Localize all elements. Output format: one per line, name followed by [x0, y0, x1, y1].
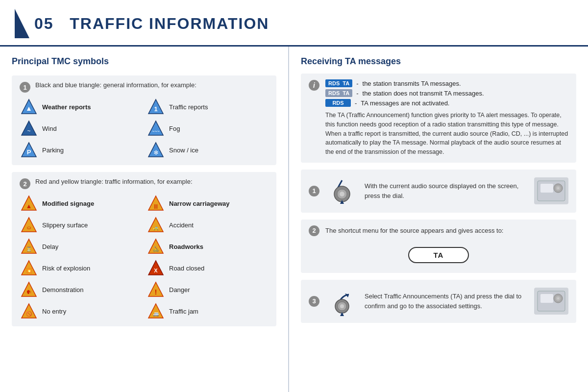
item-parking: P Parking: [20, 141, 142, 159]
svg-text:🗣: 🗣: [26, 289, 32, 295]
item-roadworks: 🚴 Roadworks: [147, 237, 269, 256]
item-traffic-jam: 🚐 Traffic jam: [147, 302, 269, 320]
step1-box: 1 With the current audio source: [301, 170, 576, 213]
section2-grid: ▲ Modified signage ||| Narrow carriagewa…: [20, 194, 269, 320]
ta-button-container: TA: [309, 247, 568, 263]
info-icon: i: [309, 80, 319, 91]
item-road-closed: X Road closed: [147, 259, 269, 277]
item-narrow: ||| Narrow carriageway: [147, 194, 269, 213]
road-closed-label: Road closed: [169, 265, 204, 272]
traffic-reports-label: Traffic reports: [169, 103, 208, 111]
svg-point-38: [340, 192, 344, 196]
item-danger: ! Danger: [147, 280, 269, 299]
svg-text:1: 1: [154, 105, 157, 113]
narrow-label: Narrow carriageway: [169, 200, 230, 207]
svg-text:~~~: ~~~: [152, 129, 160, 134]
item-explosion: 💥 Risk of explosion: [20, 259, 142, 277]
danger-icon: !: [147, 280, 165, 299]
page-title: 05 TRAFFIC INFORMATION: [34, 15, 269, 33]
roadworks-icon: 🚴: [147, 237, 165, 256]
dial-icon-3: [326, 286, 358, 317]
info-box: i RDS TA - the station transmits TA mess…: [301, 74, 576, 163]
section2-box: 2 Red and yellow triangle: traffic infor…: [12, 172, 276, 326]
svg-text:🚴: 🚴: [153, 246, 159, 252]
item-traffic-reports: 1 Traffic reports: [147, 98, 269, 116]
slippery-icon: ⛀: [20, 216, 38, 234]
section1-grid: ▲ Weather reports 1 Traffic reports: [20, 98, 269, 159]
no-entry-label: No entry: [42, 308, 66, 315]
rds-text-2: the station does not transmit TA message…: [363, 90, 484, 97]
section1-box: 1 Black and blue triangle: general infor…: [12, 75, 276, 165]
step1-content: With the current audio source displayed …: [326, 175, 568, 207]
delay-label: Delay: [42, 243, 58, 250]
ta-description: The TA (Traffic Announcement) function g…: [325, 111, 568, 157]
snow-label: Snow / ice: [169, 147, 198, 154]
page-header: 05 TRAFFIC INFORMATION: [0, 0, 588, 47]
explosion-icon: 💥: [20, 259, 38, 277]
left-section-title: Principal TMC symbols: [12, 56, 276, 69]
accident-label: Accident: [169, 221, 194, 229]
svg-text:❄: ❄: [153, 149, 159, 156]
chapter-title: TRAFFIC INFORMATION: [70, 15, 269, 32]
svg-rect-51: [540, 294, 553, 303]
rds-line-2: RDS TA - the station does not transmit T…: [325, 89, 568, 97]
item-no-entry: 🚫 No entry: [20, 302, 142, 320]
svg-point-48: [340, 304, 344, 308]
device-image-1: [534, 177, 568, 204]
modified-signage-label: Modified signage: [42, 200, 94, 207]
step2-num: 2: [309, 225, 319, 236]
svg-text:🚕: 🚕: [153, 224, 159, 231]
right-panel: Receiving TA messages i RDS TA - the sta…: [289, 47, 588, 392]
svg-text:⏳: ⏳: [26, 246, 32, 252]
device-image-3: [534, 288, 568, 315]
svg-point-44: [557, 187, 559, 189]
item-fog: ~~~ Fog: [147, 119, 269, 138]
svg-text:🚫: 🚫: [26, 311, 32, 317]
explosion-label: Risk of explosion: [42, 265, 90, 272]
fog-label: Fog: [169, 125, 180, 132]
section1-header: 1 Black and blue triangle: general infor…: [20, 81, 269, 93]
rds-content: RDS TA - the station transmits TA messag…: [325, 79, 568, 157]
traffic-jam-label: Traffic jam: [169, 308, 198, 315]
wind-icon: ~: [20, 119, 38, 138]
svg-text:🚐: 🚐: [153, 311, 159, 317]
svg-rect-41: [540, 184, 553, 193]
ta-button: TA: [408, 247, 469, 263]
road-closed-icon: X: [147, 259, 165, 277]
dial-icon-1: [326, 175, 358, 207]
svg-text:|||: |||: [154, 204, 158, 209]
demonstration-label: Demonstration: [42, 286, 84, 294]
item-delay: ⏳ Delay: [20, 237, 142, 256]
wind-label: Wind: [42, 125, 57, 132]
rds-line-3: RDS - TA messages are not activated.: [325, 99, 568, 107]
rds-badge-2: RDS TA: [325, 89, 352, 97]
parking-icon: P: [20, 141, 38, 159]
item-slippery: ⛀ Slippery surface: [20, 216, 142, 234]
narrow-icon: |||: [147, 194, 165, 213]
step2-box: 2 The shortcut menu for the source appea…: [301, 220, 576, 273]
item-wind: ~ Wind: [20, 119, 142, 138]
left-panel: Principal TMC symbols 1 Black and blue t…: [0, 47, 289, 392]
section2-desc: Red and yellow triangle: traffic informa…: [35, 178, 193, 185]
item-demonstration: 🗣 Demonstration: [20, 280, 142, 299]
item-snow: ❄ Snow / ice: [147, 141, 269, 159]
svg-text:⛀: ⛀: [27, 225, 31, 230]
traffic-reports-icon: 1: [147, 98, 165, 116]
header-decoration: [15, 9, 29, 38]
weather-label: Weather reports: [42, 103, 91, 111]
delay-icon: ⏳: [20, 237, 38, 256]
section2-header: 2 Red and yellow triangle: traffic infor…: [20, 178, 269, 189]
step3-box: 3 Select Traffic Announcemen: [301, 280, 576, 323]
slippery-label: Slippery surface: [42, 221, 88, 229]
danger-label: Danger: [169, 286, 190, 294]
demonstration-icon: 🗣: [20, 280, 38, 299]
main-content: Principal TMC symbols 1 Black and blue t…: [0, 47, 588, 392]
svg-text:P: P: [27, 148, 31, 156]
roadworks-label: Roadworks: [169, 243, 203, 250]
svg-text:~: ~: [27, 127, 30, 134]
fog-icon: ~~~: [147, 119, 165, 138]
traffic-jam-icon: 🚐: [147, 302, 165, 320]
rds-text-3: TA messages are not activated.: [361, 99, 449, 107]
item-modified-signage: ▲ Modified signage: [20, 194, 142, 213]
right-section-title: Receiving TA messages: [301, 56, 576, 67]
